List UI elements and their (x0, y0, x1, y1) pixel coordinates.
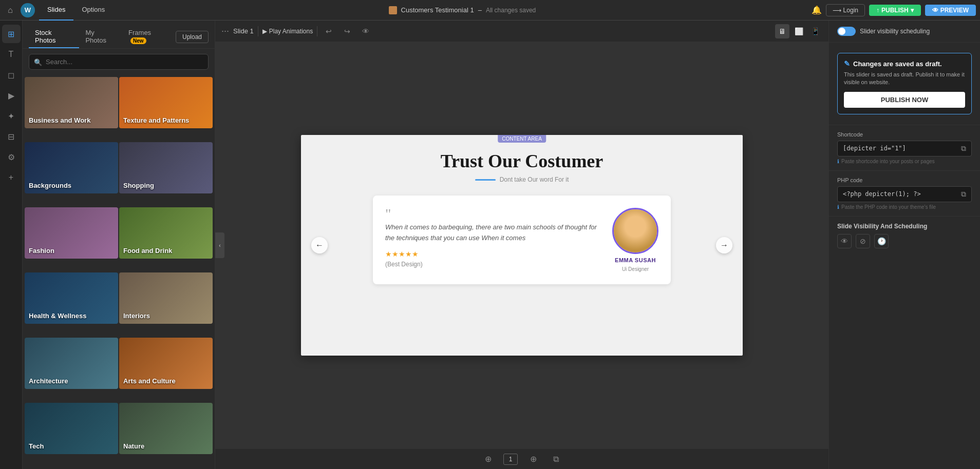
slide-subtitle: Dont take Our word For it (500, 176, 569, 183)
testimonial-text: When it comes to barbequing, there are t… (385, 222, 602, 244)
copy-php-button[interactable]: ⧉ (961, 190, 966, 199)
toggle-label: Slider visibility scheduling (860, 28, 930, 35)
shortcode-value: [depicter id="1"] (843, 145, 958, 152)
category-shopping[interactable]: Shopping (119, 142, 213, 193)
slide-visibility-title: Slide Visibility And Scheduling (837, 223, 972, 230)
category-nature[interactable]: Nature (119, 403, 213, 454)
topbar-center: Customers Testimonial 1 – All changes sa… (117, 6, 807, 14)
prev-arrow[interactable]: ← (311, 237, 328, 253)
undo-button[interactable]: ↩ (322, 24, 336, 38)
visibility-toggle-icon[interactable]: 👁 (359, 24, 373, 38)
slide-label: Slide 1 (233, 27, 254, 35)
category-label: Texture and Patterns (123, 116, 189, 124)
icon-sidebar: ⊞ T ◻ ▶ ✦ ⊟ ⚙ + (0, 21, 23, 469)
publish-icon: ↑ (876, 7, 879, 14)
person-role: Ui Designer (622, 266, 649, 272)
category-label: Business and Work (29, 116, 90, 124)
info-icon: ℹ (837, 204, 839, 210)
play-animations-button[interactable]: ▶ Play Animations (262, 28, 313, 35)
category-interiors[interactable]: Interiors (119, 272, 213, 324)
copy-shortcode-button[interactable]: ⧉ (961, 144, 966, 153)
category-health[interactable]: Health & Wellness (25, 272, 118, 324)
tab-slides[interactable]: Slides (39, 0, 73, 21)
tablet-icon[interactable]: ⬜ (791, 24, 806, 38)
more-options-icon[interactable]: ··· (221, 26, 229, 36)
avatar (612, 208, 658, 254)
category-label: Backgrounds (29, 182, 71, 189)
shortcode-label: Shortcode (837, 131, 972, 138)
sidebar-icon-add[interactable]: + (2, 168, 21, 187)
frames-badge: New (130, 37, 146, 44)
sidebar-icon-effects[interactable]: ✦ (2, 107, 21, 125)
category-label: Health & Wellness (29, 312, 86, 320)
upload-button[interactable]: Upload (176, 31, 209, 43)
shortcode-section: Shortcode [depicter id="1"] ⧉ ℹ Paste sh… (829, 125, 980, 171)
add-slide-before-button[interactable]: ⊕ (481, 452, 495, 466)
tab-stock-photos[interactable]: Stock Photos (29, 26, 79, 48)
category-architecture[interactable]: Architecture (25, 338, 118, 389)
stock-panel: Stock Photos My Photos Frames New Upload… (23, 21, 215, 469)
category-food[interactable]: Food and Drink (119, 207, 213, 259)
draft-description: This slider is saved as draft. Publish i… (844, 71, 965, 87)
login-icon: ⟶ (833, 7, 841, 14)
tab-frames[interactable]: Frames New (122, 26, 176, 48)
category-label: Interiors (123, 312, 150, 320)
visibility-toggle[interactable] (837, 27, 856, 36)
php-code-value: <?php depicter(1); ?> (843, 190, 958, 198)
testimonial-content: " When it comes to barbequing, there are… (385, 208, 602, 268)
mobile-icon[interactable]: 📱 (808, 24, 822, 38)
editor-area: ··· Slide 1 ▶ Play Animations ↩ ↪ 👁 🖥 ⬜ … (215, 21, 828, 469)
next-arrow[interactable]: → (716, 237, 732, 253)
person-name: EMMA SUSAH (615, 257, 656, 263)
slide-canvas: CONTENT AREA Trust Our Costumer Dont tak… (301, 135, 743, 356)
star-rating: ★★★★★ (385, 250, 602, 258)
sidebar-icon-layers[interactable]: ⊟ (2, 127, 21, 146)
separator (258, 26, 258, 36)
category-tech[interactable]: Tech (25, 403, 118, 454)
slide-title: Trust Our Costumer (441, 150, 604, 172)
category-backgrounds[interactable]: Backgrounds (25, 142, 118, 193)
login-button[interactable]: ⟶ Login (826, 4, 865, 16)
category-texture[interactable]: Texture and Patterns (119, 77, 213, 128)
topbar: ⌂ W Slides Options Customers Testimonial… (0, 0, 980, 21)
tab-options[interactable]: Options (73, 0, 113, 21)
slide-content: Trust Our Costumer Dont take Our word Fo… (301, 135, 743, 356)
decorative-line (475, 179, 496, 181)
presentation-title: Customers Testimonial 1 (401, 6, 474, 14)
visibility-icons: 👁 ⊘ 🕐 (837, 234, 972, 248)
search-input[interactable] (29, 54, 209, 70)
add-slide-after-button[interactable]: ⊕ (526, 452, 540, 466)
eye-visibility-icon[interactable]: 👁 (837, 234, 852, 248)
category-business[interactable]: Business and Work (25, 77, 118, 128)
wordpress-icon: W (21, 3, 35, 17)
sidebar-icon-settings[interactable]: ⚙ (2, 148, 21, 166)
desktop-icon[interactable]: 🖥 (775, 24, 789, 38)
toggle-knob (838, 28, 845, 35)
draft-title: ✎ Changes are saved as draft. (844, 60, 965, 68)
schedule-visibility-icon[interactable]: 🕐 (874, 234, 889, 248)
eye-icon: 👁 (932, 7, 938, 14)
tab-my-photos[interactable]: My Photos (79, 26, 122, 48)
publish-button[interactable]: ↑ PUBLISH ▾ (869, 5, 921, 16)
avatar-image (614, 209, 657, 252)
duplicate-slide-button[interactable]: ⧉ (549, 452, 563, 466)
category-fashion[interactable]: Fashion (25, 207, 118, 259)
document-icon (389, 6, 397, 14)
sidebar-icon-media[interactable]: ▶ (2, 86, 21, 105)
draft-box: ✎ Changes are saved as draft. This slide… (837, 53, 972, 114)
php-code-label: PHP code (837, 177, 972, 183)
sidebar-icon-shapes[interactable]: ◻ (2, 66, 21, 84)
notification-icon[interactable]: 🔔 (812, 5, 822, 15)
block-visibility-icon[interactable]: ⊘ (856, 234, 870, 248)
draft-icon: ✎ (844, 60, 850, 68)
publish-now-button[interactable]: PUBLISH NOW (844, 92, 965, 108)
category-arts[interactable]: Arts and Culture (119, 338, 213, 389)
redo-button[interactable]: ↪ (340, 24, 354, 38)
sidebar-icon-text[interactable]: T (2, 45, 21, 64)
category-label: Food and Drink (123, 247, 172, 255)
home-icon[interactable]: ⌂ (4, 4, 16, 16)
slide-visibility-section: Slide Visibility And Scheduling 👁 ⊘ 🕐 (829, 217, 980, 255)
collapse-panel-button[interactable]: ‹ (215, 232, 224, 258)
preview-button[interactable]: 👁 PREVIEW (925, 5, 976, 16)
sidebar-icon-home[interactable]: ⊞ (2, 25, 21, 43)
